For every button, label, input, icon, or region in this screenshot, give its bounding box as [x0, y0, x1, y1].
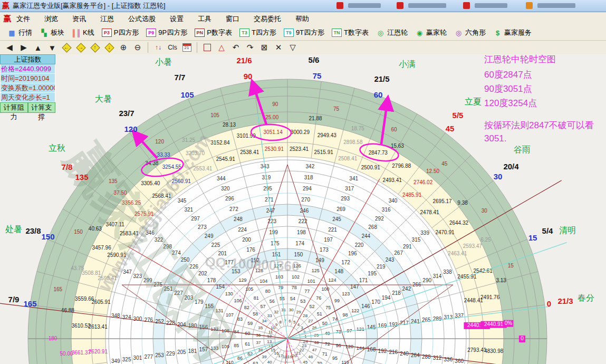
funnel-button[interactable]: ▽	[288, 42, 297, 53]
svg-text:220: 220	[355, 242, 364, 248]
svg-text:315: 315	[412, 237, 421, 243]
toolbar-button-板块[interactable]: ▚板块	[40, 28, 64, 37]
toolbar-button-9P四方形[interactable]: P99P四方形	[146, 28, 187, 37]
toolbar-button-赢家服务[interactable]: $赢家服务	[493, 28, 532, 37]
svg-text:316: 316	[382, 207, 391, 213]
svg-text:2485.91: 2485.91	[402, 192, 422, 198]
dia-down-button[interactable]: ↓	[104, 42, 114, 53]
svg-text:35: 35	[258, 325, 263, 330]
svg-text:23: 23	[302, 343, 306, 348]
menu-item-设置[interactable]: 设置	[170, 14, 184, 24]
svg-text:176: 176	[246, 247, 255, 253]
svg-text:130: 130	[225, 291, 233, 296]
toolbar-button-K线[interactable]: ║║K线	[72, 28, 94, 37]
svg-text:292: 292	[375, 216, 384, 222]
cls-button[interactable]: Cls	[168, 42, 177, 53]
svg-text:82: 82	[244, 305, 249, 310]
dia-right-button[interactable]: →	[76, 42, 85, 53]
svg-text:194: 194	[382, 295, 391, 301]
square-button[interactable]	[203, 42, 212, 53]
button-计算阻力[interactable]: 计算阻力	[0, 102, 28, 113]
menu-item-资讯[interactable]: 资讯	[72, 14, 86, 24]
date-label-7/7: 7/7	[175, 73, 186, 82]
shrink-button[interactable]: ✕	[274, 42, 283, 53]
titlebar-artifact-bar	[348, 3, 381, 8]
dia-left-button[interactable]: ←	[62, 42, 71, 53]
svg-text:104: 104	[259, 279, 267, 284]
svg-text:3559.66: 3559.66	[75, 296, 94, 302]
svg-text:2644.32: 2644.32	[449, 220, 469, 226]
svg-text:30: 30	[289, 308, 294, 312]
toolbar-separator	[197, 42, 198, 53]
box-x-button[interactable]: ⊠	[259, 42, 269, 53]
svg-text:277: 277	[144, 354, 153, 360]
toolbar-button-赢家轮[interactable]: ◉赢家轮	[415, 28, 447, 37]
back-button[interactable]: ◀	[5, 42, 14, 53]
zoom-in-button[interactable]: ⊕	[119, 42, 128, 53]
triangle-button[interactable]: △	[217, 42, 226, 53]
button-计算支撑[interactable]: 计算支撑	[28, 102, 56, 113]
svg-text:124: 124	[328, 277, 336, 283]
forward-button[interactable]: ▶	[19, 42, 28, 53]
menu-item-江恩[interactable]: 江恩	[100, 14, 114, 24]
gann-wheel-chart-area[interactable]: 1234567891011121314151617181920212223242…	[0, 54, 606, 364]
menu-item-浏览[interactable]: 浏览	[44, 14, 58, 24]
tri-down-button[interactable]: ▼	[47, 42, 57, 53]
menu-item-公式选股[interactable]: 公式选股	[128, 14, 156, 24]
svg-text:2898.58: 2898.58	[343, 139, 363, 145]
zoom-out-button[interactable]: ⊖	[133, 42, 142, 53]
toolbar-button-P数字表[interactable]: PNP数字表	[195, 28, 232, 37]
window-title: 赢家江恩专业版[赢家服务平台] - [上证指数 江恩轮]	[13, 1, 166, 11]
svg-text:345: 345	[178, 198, 187, 204]
svg-text:2: 2	[303, 330, 306, 334]
toolbar-button-P四方形[interactable]: P3P四方形	[102, 28, 139, 37]
title-bar: 赢 赢家江恩专业版[赢家服务平台] - [上证指数 江恩轮]	[0, 0, 606, 12]
svg-text:342: 342	[306, 164, 315, 169]
svg-text:2847.73: 2847.73	[369, 150, 388, 156]
svg-text:2538.41: 2538.41	[240, 149, 259, 155]
degree-label-15: 15	[528, 233, 537, 242]
svg-text:63: 63	[253, 361, 258, 364]
svg-text:243: 243	[386, 257, 395, 263]
svg-text:320: 320	[221, 186, 230, 191]
degree-label-165: 165	[23, 299, 36, 308]
svg-text:2746.02: 2746.02	[413, 179, 433, 185]
titlebar-artifact-icon	[397, 2, 403, 9]
svg-text:106: 106	[234, 298, 242, 303]
note-line: 120度3254点	[484, 97, 537, 109]
dia-up-button[interactable]: ↑	[90, 42, 100, 53]
toolbar-button-江恩轮[interactable]: ◎江恩轮	[376, 28, 408, 37]
toolbar-button-行情[interactable]: ▦行情	[7, 28, 32, 37]
t9-icon: T9	[284, 28, 294, 37]
svg-text:200: 200	[242, 237, 251, 243]
rotate-ccw-button[interactable]: ↶	[231, 42, 241, 53]
svg-text:318: 318	[304, 175, 313, 180]
svg-text:240: 240	[400, 351, 409, 357]
svg-text:58: 58	[253, 311, 258, 317]
toolbar-button-六角形[interactable]: ◎六角形	[454, 28, 486, 37]
p3-icon: P3	[102, 28, 112, 37]
toolbar-button-T四方形[interactable]: T3T四方形	[239, 28, 276, 37]
svg-text:288: 288	[422, 354, 431, 360]
calendar-button[interactable]: 21	[182, 42, 191, 53]
menu-item-文件[interactable]: 文件	[16, 14, 30, 24]
updown-button[interactable]: ↑↓	[153, 42, 163, 53]
menu-item-窗口[interactable]: 窗口	[226, 14, 239, 24]
svg-text:120: 120	[155, 139, 164, 145]
tri-up-button[interactable]: ▲	[33, 42, 43, 53]
menu-item-工具[interactable]: 工具	[198, 14, 211, 24]
svg-text:71: 71	[322, 351, 328, 357]
toolbar-button-T数字表[interactable]: TNT数字表	[332, 28, 369, 37]
solar-term-小满: 小满	[399, 59, 416, 70]
rotate-cw-button[interactable]: ↷	[245, 42, 255, 53]
svg-text:344: 344	[217, 176, 226, 181]
svg-text:52: 52	[310, 304, 315, 309]
svg-text:269: 269	[336, 206, 345, 212]
menu-item-交易委托[interactable]: 交易委托	[254, 14, 281, 24]
toolbar-separator	[148, 42, 149, 53]
svg-text:165: 165	[53, 286, 62, 292]
toolbar-button-9T四方形[interactable]: T99T四方形	[284, 28, 324, 37]
menu-item-帮助[interactable]: 帮助	[295, 14, 309, 24]
svg-text:46: 46	[309, 355, 313, 359]
svg-text:75: 75	[333, 106, 340, 112]
